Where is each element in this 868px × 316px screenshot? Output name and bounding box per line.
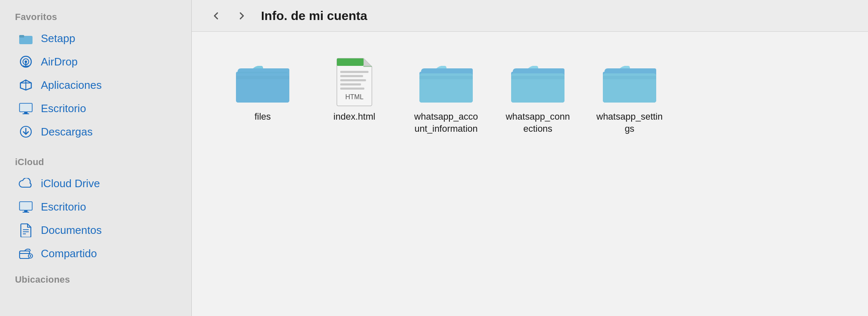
folder-icon-whatsapp-settings <box>600 57 659 107</box>
desktop-icon-2 <box>18 199 33 214</box>
file-grid: files <box>192 32 868 316</box>
file-item-whatsapp-settings[interactable]: whatsapp_settings <box>592 53 667 138</box>
svg-rect-32 <box>340 79 366 81</box>
main-content: Info. de mi cuenta files <box>192 0 868 316</box>
doc-icon <box>18 223 33 238</box>
sidebar-item-descargas-label: Descargas <box>41 125 93 138</box>
svg-rect-17 <box>20 202 32 210</box>
svg-rect-29 <box>364 66 372 67</box>
svg-rect-34 <box>340 88 364 90</box>
svg-rect-37 <box>511 76 564 79</box>
svg-rect-31 <box>340 75 363 77</box>
back-button[interactable] <box>207 7 225 25</box>
file-item-whatsapp-account[interactable]: whatsapp_account_information <box>409 53 484 138</box>
sidebar-item-icloud-escritorio-label: Escritorio <box>41 201 86 213</box>
svg-rect-13 <box>23 113 29 114</box>
svg-rect-28 <box>337 58 364 66</box>
sidebar-item-escritorio[interactable]: Escritorio <box>3 97 188 120</box>
svg-rect-19 <box>23 212 29 213</box>
window-title: Info. de mi cuenta <box>261 9 367 23</box>
svg-rect-11 <box>20 103 32 112</box>
sidebar-item-aplicaciones[interactable]: Aplicaciones <box>3 73 188 97</box>
file-item-files[interactable]: files <box>225 53 300 138</box>
svg-rect-33 <box>340 83 361 85</box>
folder-icon <box>18 31 33 46</box>
ubicaciones-section-label: Ubicaciones <box>0 274 191 289</box>
download-icon <box>18 124 33 139</box>
forward-button[interactable] <box>233 7 251 25</box>
folder-icon-whatsapp-account <box>417 57 475 107</box>
file-item-index-html[interactable]: HTML index.html <box>317 53 392 138</box>
folder-icon-whatsapp-connections <box>509 57 567 107</box>
sidebar-item-compartido-label: Compartido <box>41 247 97 260</box>
svg-rect-23 <box>20 251 30 258</box>
sidebar-item-icloud-escritorio[interactable]: Escritorio <box>3 195 188 218</box>
svg-rect-12 <box>24 112 28 113</box>
sidebar-item-airdrop[interactable]: AirDrop <box>3 50 188 73</box>
svg-rect-1 <box>19 35 24 38</box>
icloud-section-label: iCloud <box>0 157 191 172</box>
svg-rect-30 <box>340 71 369 73</box>
sidebar-item-airdrop-label: AirDrop <box>41 55 78 68</box>
sidebar-item-escritorio-label: Escritorio <box>41 102 86 115</box>
html-file-icon: HTML <box>325 57 384 107</box>
file-label-whatsapp-connections: whatsapp_connections <box>504 111 571 135</box>
icloud-icon <box>18 176 33 191</box>
file-label-whatsapp-account: whatsapp_account_information <box>413 111 479 135</box>
sidebar-item-icloud-drive-label: iCloud Drive <box>41 177 100 190</box>
file-item-whatsapp-connections[interactable]: whatsapp_connections <box>500 53 575 138</box>
svg-rect-27 <box>236 76 289 79</box>
shared-icon <box>18 246 33 261</box>
sidebar-item-aplicaciones-label: Aplicaciones <box>41 79 102 92</box>
file-label-index-html: index.html <box>334 111 375 123</box>
sidebar-item-documentos-label: Documentos <box>41 224 102 237</box>
sidebar-item-setapp-label: Setapp <box>41 32 75 45</box>
favorites-section-label: Favoritos <box>0 12 191 27</box>
file-label-whatsapp-settings: whatsapp_settings <box>596 111 663 135</box>
svg-rect-38 <box>603 76 656 79</box>
apps-icon <box>18 78 33 93</box>
sidebar: Favoritos Setapp AirDrop <box>0 0 192 316</box>
desktop-icon <box>18 101 33 116</box>
sidebar-item-icloud-drive[interactable]: iCloud Drive <box>3 172 188 195</box>
svg-rect-18 <box>24 210 28 212</box>
svg-text:HTML: HTML <box>345 93 364 100</box>
toolbar: Info. de mi cuenta <box>192 0 868 32</box>
sidebar-item-setapp[interactable]: Setapp <box>3 27 188 50</box>
file-label-files: files <box>254 111 271 123</box>
folder-icon-files <box>233 57 292 107</box>
airdrop-icon <box>18 54 33 69</box>
svg-rect-36 <box>419 76 473 79</box>
sidebar-item-descargas[interactable]: Descargas <box>3 120 188 143</box>
sidebar-item-compartido[interactable]: Compartido <box>3 242 188 265</box>
sidebar-item-documentos[interactable]: Documentos <box>3 218 188 242</box>
